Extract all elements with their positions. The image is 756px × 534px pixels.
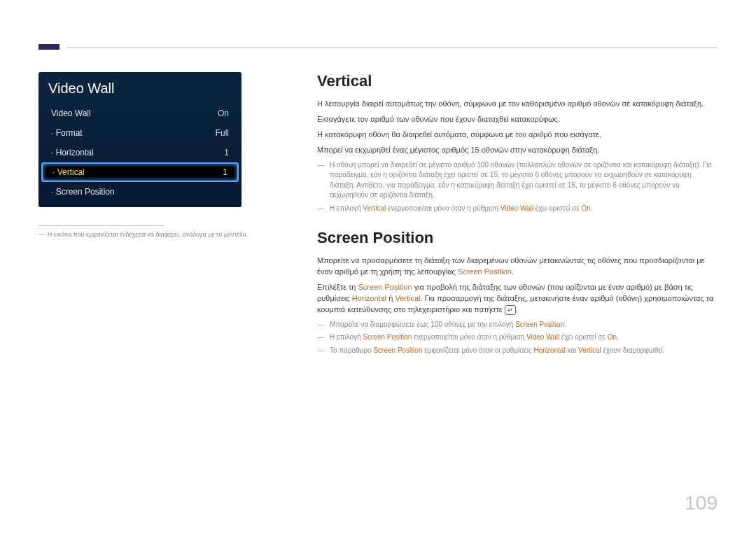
heading-vertical: Vertical	[317, 72, 718, 90]
menu-row-value: Full	[216, 128, 229, 138]
menu-row-horizontal[interactable]: · Horizontal 1	[38, 143, 241, 162]
highlight-term: Screen Position	[358, 283, 412, 291]
highlight-term: On	[608, 333, 617, 341]
body-text: Η λειτουργία διαιρεί αυτομάτως την οθόνη…	[317, 99, 718, 110]
highlight-term: Screen Position	[373, 346, 422, 354]
menu-row-video-wall[interactable]: Video Wall On	[38, 104, 241, 123]
body-text: Επιλέξτε τη Screen Position για προβολή …	[317, 282, 718, 316]
highlight-term: Vertical	[578, 346, 601, 354]
note-segment: εμφανίζεται μόνο όταν οι ρυθμίσεις	[422, 346, 533, 354]
footnote-rule	[38, 225, 164, 226]
body-segment: Επιλέξτε τη	[317, 283, 358, 291]
highlight-term: Screen Position	[515, 321, 564, 328]
menu-row-label: · Screen Position	[51, 187, 229, 197]
note-segment: ενεργοποιείται μόνο όταν η ρύθμιση	[412, 333, 526, 341]
highlight-term: On	[581, 204, 590, 212]
highlight-term: Screen Position	[458, 267, 512, 276]
body-text: Μπορεί να εκχωρηθεί ένας μέγιστος αριθμό…	[317, 145, 718, 156]
note-segment: και	[566, 346, 578, 354]
content-area: Vertical Η λειτουργία διαιρεί αυτομάτως …	[317, 72, 718, 358]
header-accent	[38, 44, 59, 50]
highlight-term: Horizontal	[534, 346, 566, 354]
menu-row-label: Video Wall	[51, 108, 218, 118]
body-segment: .	[516, 305, 518, 314]
menu-row-label: · Vertical	[52, 167, 223, 177]
highlight-term: Vertical	[395, 294, 420, 302]
note-segment: έχουν διαμορφωθεί.	[601, 346, 665, 354]
note-text: Η οθόνη μπορεί να διαιρεθεί σε μέγιστο α…	[317, 160, 718, 201]
highlight-term: Screen Position	[363, 333, 412, 341]
body-text: Η κατακόρυφη οθόνη θα διαιρεθεί αυτόματα…	[317, 129, 718, 141]
menu-row-screen-position[interactable]: · Screen Position	[38, 182, 241, 202]
note-text: Η επιλογή Screen Position ενεργοποιείται…	[317, 332, 718, 343]
highlight-term: Video Wall	[526, 333, 559, 341]
note-segment: έχει οριστεί σε	[559, 333, 607, 341]
note-segment: .	[564, 321, 566, 328]
heading-screen-position: Screen Position	[317, 229, 718, 247]
body-text: Μπορείτε να προσαρμόσετε τη διάταξη των …	[317, 255, 718, 278]
menu-row-value: On	[218, 108, 229, 118]
note-segment: έχει οριστεί σε	[533, 204, 581, 212]
note-segment: Το παράθυρο	[330, 346, 373, 354]
menu-spacer	[38, 202, 241, 207]
menu-row-format[interactable]: · Format Full	[38, 123, 241, 143]
osd-menu-title: Video Wall	[38, 72, 241, 104]
note-text: Μπορείτε να διαμορφώσετε έως 100 οθόνες …	[317, 320, 718, 330]
note-segment: .	[591, 204, 593, 212]
highlight-term: Video Wall	[500, 204, 533, 212]
menu-row-vertical[interactable]: · Vertical 1	[41, 162, 239, 182]
osd-menu-panel: Video Wall Video Wall On · Format Full ·…	[38, 72, 241, 207]
body-segment: ή	[386, 294, 395, 302]
menu-row-value: 1	[224, 148, 229, 157]
menu-row-value: 1	[223, 167, 227, 177]
header-rule	[66, 47, 718, 48]
highlight-term: Horizontal	[352, 294, 387, 302]
note-segment: ενεργοποιείται μόνο όταν η ρύθμιση	[386, 204, 500, 212]
enter-icon: ↵	[505, 305, 516, 315]
note-text: Η επιλογή Vertical ενεργοποιείται μόνο ό…	[317, 204, 718, 214]
menu-row-label: · Format	[51, 128, 216, 138]
body-segment: .	[512, 267, 514, 276]
note-segment: Η επιλογή	[330, 333, 363, 341]
menu-row-label: · Horizontal	[51, 148, 224, 157]
note-text: Το παράθυρο Screen Position εμφανίζεται …	[317, 346, 718, 356]
highlight-term: Vertical	[363, 204, 386, 212]
body-text: Εισαγάγετε τον αριθμό των οθονών που έχο…	[317, 114, 718, 125]
note-segment: Η επιλογή	[330, 204, 363, 212]
note-segment: .	[617, 333, 619, 341]
page-number: 109	[685, 492, 718, 514]
image-disclaimer-footnote: Η εικόνα που εμφανίζεται ενδέχεται να δι…	[38, 231, 290, 238]
note-segment: Μπορείτε να διαμορφώσετε έως 100 οθόνες …	[330, 321, 515, 328]
